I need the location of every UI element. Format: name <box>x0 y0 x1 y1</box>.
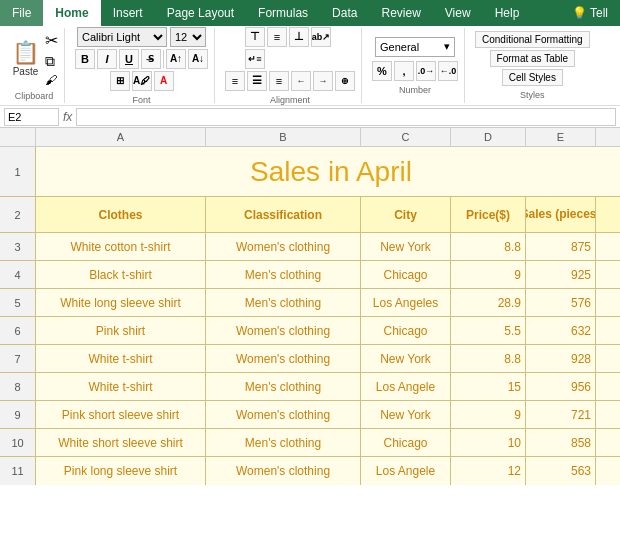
align-center-button[interactable]: ☰ <box>247 71 267 91</box>
fill-color-button[interactable]: A🖊 <box>132 71 152 91</box>
cell-sales-1[interactable]: 925 <box>526 261 596 288</box>
cell-price-2[interactable]: 28.9 <box>451 289 526 316</box>
copy-icon[interactable]: ⧉ <box>45 53 58 70</box>
cell-price-8[interactable]: 12 <box>451 457 526 485</box>
cell-classification-5[interactable]: Men's clothing <box>206 373 361 400</box>
col-header-e[interactable]: E <box>526 128 596 146</box>
cell-sales-0[interactable]: 875 <box>526 233 596 260</box>
cell-sales-3[interactable]: 632 <box>526 317 596 344</box>
font-increase-button[interactable]: A↑ <box>166 49 186 69</box>
align-middle-button[interactable]: ≡ <box>267 27 287 47</box>
col-header-c[interactable]: C <box>361 128 451 146</box>
wrap-text-button[interactable]: ↵≡ <box>245 49 265 69</box>
italic-button[interactable]: I <box>97 49 117 69</box>
cell-price-0[interactable]: 8.8 <box>451 233 526 260</box>
bold-button[interactable]: B <box>75 49 95 69</box>
tab-review[interactable]: Review <box>369 0 432 26</box>
font-color-button[interactable]: A <box>154 71 174 91</box>
cell-classification-7[interactable]: Men's clothing <box>206 429 361 456</box>
number-format-dropdown[interactable]: General ▾ <box>375 37 455 57</box>
cell-styles-button[interactable]: Cell Styles <box>502 69 563 86</box>
merge-center-button[interactable]: ⊕ <box>335 71 355 91</box>
cell-sales-7[interactable]: 858 <box>526 429 596 456</box>
cell-clothes-2[interactable]: White long sleeve shirt <box>36 289 206 316</box>
cell-city-4[interactable]: New York <box>361 345 451 372</box>
cell-clothes-3[interactable]: Pink shirt <box>36 317 206 344</box>
cell-price-6[interactable]: 9 <box>451 401 526 428</box>
cell-classification-1[interactable]: Men's clothing <box>206 261 361 288</box>
cell-clothes-4[interactable]: White t-shirt <box>36 345 206 372</box>
conditional-formatting-button[interactable]: Conditional Formatting <box>475 31 590 48</box>
cell-sales-5[interactable]: 956 <box>526 373 596 400</box>
tab-tell[interactable]: 💡 Tell <box>560 0 620 26</box>
cell-price-1[interactable]: 9 <box>451 261 526 288</box>
cell-city-0[interactable]: New York <box>361 233 451 260</box>
cell-city-2[interactable]: Los Angeles <box>361 289 451 316</box>
cell-classification-2[interactable]: Men's clothing <box>206 289 361 316</box>
font-decrease-button[interactable]: A↓ <box>188 49 208 69</box>
cell-price-4[interactable]: 8.8 <box>451 345 526 372</box>
font-name-select[interactable]: Calibri Light <box>77 27 167 47</box>
orient-button[interactable]: ab↗ <box>311 27 331 47</box>
tab-help[interactable]: Help <box>483 0 532 26</box>
cell-clothes-8[interactable]: Pink long sleeve shirt <box>36 457 206 485</box>
tab-insert[interactable]: Insert <box>101 0 155 26</box>
tab-file[interactable]: File <box>0 0 43 26</box>
cell-city-7[interactable]: Chicago <box>361 429 451 456</box>
cell-city-3[interactable]: Chicago <box>361 317 451 344</box>
cell-sales-6[interactable]: 721 <box>526 401 596 428</box>
header-city[interactable]: City <box>361 197 451 232</box>
strikethrough-button[interactable]: S̶ <box>141 49 161 69</box>
tab-data[interactable]: Data <box>320 0 369 26</box>
increase-decimal-button[interactable]: .0→ <box>416 61 436 81</box>
formula-input[interactable] <box>76 108 616 126</box>
border-button[interactable]: ⊞ <box>110 71 130 91</box>
comma-button[interactable]: , <box>394 61 414 81</box>
col-header-a[interactable]: A <box>36 128 206 146</box>
cell-classification-4[interactable]: Women's clothing <box>206 345 361 372</box>
cell-city-1[interactable]: Chicago <box>361 261 451 288</box>
col-header-d[interactable]: D <box>451 128 526 146</box>
cell-classification-6[interactable]: Women's clothing <box>206 401 361 428</box>
cut-icon[interactable]: ✂ <box>45 31 58 50</box>
cell-city-8[interactable]: Los Angele <box>361 457 451 485</box>
cell-clothes-7[interactable]: White short sleeve shirt <box>36 429 206 456</box>
cell-city-6[interactable]: New York <box>361 401 451 428</box>
paste-button[interactable]: 📋 Paste <box>10 38 41 79</box>
cell-price-3[interactable]: 5.5 <box>451 317 526 344</box>
format-as-table-button[interactable]: Format as Table <box>490 50 576 67</box>
font-size-select[interactable]: 12 <box>170 27 206 47</box>
cell-sales-4[interactable]: 928 <box>526 345 596 372</box>
col-header-b[interactable]: B <box>206 128 361 146</box>
percent-button[interactable]: % <box>372 61 392 81</box>
align-bottom-button[interactable]: ⊥ <box>289 27 309 47</box>
tab-view[interactable]: View <box>433 0 483 26</box>
cell-reference-input[interactable] <box>4 108 59 126</box>
underline-button[interactable]: U <box>119 49 139 69</box>
header-price[interactable]: Price($) <box>451 197 526 232</box>
cell-clothes-0[interactable]: White cotton t-shirt <box>36 233 206 260</box>
tab-formulas[interactable]: Formulas <box>246 0 320 26</box>
tab-page-layout[interactable]: Page Layout <box>155 0 246 26</box>
cell-clothes-1[interactable]: Black t-shirt <box>36 261 206 288</box>
align-left-button[interactable]: ≡ <box>225 71 245 91</box>
cell-sales-8[interactable]: 563 <box>526 457 596 485</box>
indent-increase-button[interactable]: → <box>313 71 333 91</box>
tab-home[interactable]: Home <box>43 0 100 26</box>
align-right-button[interactable]: ≡ <box>269 71 289 91</box>
header-sales[interactable]: Sales (pieces) <box>526 197 596 232</box>
cell-clothes-6[interactable]: Pink short sleeve shirt <box>36 401 206 428</box>
cell-price-7[interactable]: 10 <box>451 429 526 456</box>
cell-classification-3[interactable]: Women's clothing <box>206 317 361 344</box>
title-cell[interactable]: Sales in April <box>36 147 620 196</box>
header-clothes[interactable]: Clothes <box>36 197 206 232</box>
format-painter-icon[interactable]: 🖌 <box>45 73 58 87</box>
cell-clothes-5[interactable]: White t-shirt <box>36 373 206 400</box>
cell-classification-8[interactable]: Women's clothing <box>206 457 361 485</box>
header-classification[interactable]: Classification <box>206 197 361 232</box>
cell-price-5[interactable]: 15 <box>451 373 526 400</box>
cell-classification-0[interactable]: Women's clothing <box>206 233 361 260</box>
align-top-button[interactable]: ⊤ <box>245 27 265 47</box>
decrease-decimal-button[interactable]: ←.0 <box>438 61 458 81</box>
cell-city-5[interactable]: Los Angele <box>361 373 451 400</box>
